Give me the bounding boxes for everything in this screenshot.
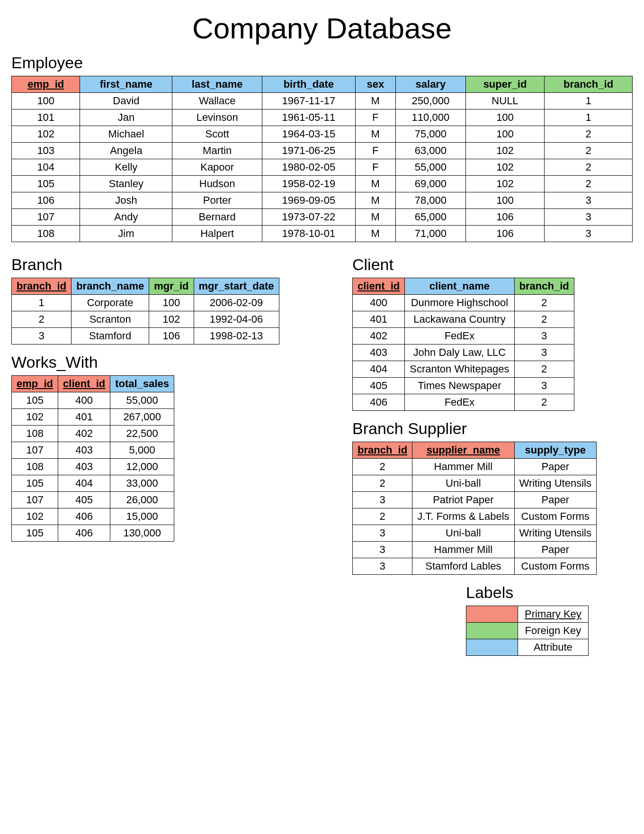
table-row: 3Stamford LablesCustom Forms (353, 558, 597, 575)
table-cell: 105 (12, 392, 58, 409)
table-cell: M (355, 176, 395, 192)
table-cell: FedEx (405, 394, 514, 411)
table-cell: Michael (80, 126, 172, 143)
table-cell: 3 (514, 378, 574, 394)
table-cell: 3 (545, 192, 633, 209)
table-cell: 102 (149, 311, 194, 328)
table-cell: Andy (80, 209, 172, 226)
table-cell: 106 (465, 209, 544, 226)
employee-heading: Employee (11, 54, 633, 72)
table-cell: 102 (12, 508, 58, 525)
table-cell: 55,000 (110, 392, 174, 409)
table-cell: 106 (149, 328, 194, 344)
table-cell: 404 (353, 361, 405, 378)
table-row: 100DavidWallace1967-11-17M250,000NULL1 (12, 93, 633, 109)
table-cell: 402 (353, 328, 405, 344)
table-cell: Wallace (172, 93, 262, 109)
table-cell: 1 (545, 109, 633, 126)
table-row: 10840312,000 (12, 459, 174, 475)
table-cell: 1978-10-01 (262, 226, 355, 242)
table-cell: Hudson (172, 176, 262, 192)
works-with-table: emp_idclient_idtotal_sales10540055,00010… (11, 375, 174, 542)
table-cell: 1967-11-17 (262, 93, 355, 109)
table-cell: 63,000 (395, 143, 465, 159)
table-cell: Paper (514, 492, 596, 508)
table-cell: M (355, 93, 395, 109)
table-cell: 130,000 (110, 525, 174, 542)
table-cell: 12,000 (110, 459, 174, 475)
table-cell: 102 (12, 409, 58, 426)
table-cell: Lackawana Country (405, 311, 514, 328)
column-header: supplier_name (412, 442, 514, 459)
column-header: salary (395, 76, 465, 93)
column-header: last_name (172, 76, 262, 93)
table-cell: J.T. Forms & Labels (412, 508, 514, 525)
table-cell: 3 (514, 344, 574, 361)
table-row: 10840222,500 (12, 426, 174, 442)
table-cell: Dunmore Highschool (405, 295, 514, 311)
table-cell: 406 (58, 525, 110, 542)
table-row: 405Times Newspaper3 (353, 378, 574, 394)
table-cell: 100 (12, 93, 80, 109)
table-cell: Kapoor (172, 159, 262, 176)
column-header: emp_id (12, 76, 80, 93)
works-with-heading: Works_With (11, 353, 305, 372)
table-cell: 2006-02-09 (194, 295, 279, 311)
table-cell: 401 (58, 409, 110, 426)
table-row: 3Patriot PaperPaper (353, 492, 597, 508)
column-header: emp_id (12, 376, 58, 392)
table-cell: 3 (353, 558, 412, 575)
table-cell: 401 (353, 311, 405, 328)
table-cell: 105 (12, 176, 80, 192)
table-cell: 402 (58, 426, 110, 442)
table-cell: 103 (12, 143, 80, 159)
table-cell: Jim (80, 226, 172, 242)
table-cell: 100 (465, 109, 544, 126)
table-cell: 22,500 (110, 426, 174, 442)
table-cell: 102 (465, 176, 544, 192)
table-cell: Stamford Lables (412, 558, 514, 575)
legend-label: Primary Key (518, 606, 589, 623)
table-cell: 2 (545, 126, 633, 143)
column-header: client_id (58, 376, 110, 392)
table-cell: Stamford (72, 328, 149, 344)
table-cell: 102 (465, 143, 544, 159)
legend-label: Attribute (518, 639, 589, 656)
table-row: 105406130,000 (12, 525, 174, 542)
legend-table: Primary KeyForeign KeyAttribute (466, 606, 589, 656)
table-cell: 2 (514, 295, 574, 311)
table-cell: 26,000 (110, 492, 174, 508)
table-cell: 110,000 (395, 109, 465, 126)
table-cell: 2 (514, 394, 574, 411)
table-cell: 5,000 (110, 442, 174, 459)
table-cell: Porter (172, 192, 262, 209)
table-cell: 55,000 (395, 159, 465, 176)
table-row: 1074035,000 (12, 442, 174, 459)
table-cell: 1969-09-05 (262, 192, 355, 209)
table-cell: 75,000 (395, 126, 465, 143)
table-row: 10740526,000 (12, 492, 174, 508)
table-row: 402FedEx3 (353, 328, 574, 344)
table-cell: 1973-07-22 (262, 209, 355, 226)
table-cell: Levinson (172, 109, 262, 126)
table-cell: 100 (465, 126, 544, 143)
table-cell: 108 (12, 459, 58, 475)
legend-row: Primary Key (466, 606, 589, 623)
table-cell: 1961-05-11 (262, 109, 355, 126)
table-cell: 403 (353, 344, 405, 361)
table-cell: 1958-02-19 (262, 176, 355, 192)
table-cell: 71,000 (395, 226, 465, 242)
branch-table: branch_idbranch_namemgr_idmgr_start_date… (11, 278, 279, 344)
table-cell: 3 (514, 328, 574, 344)
table-row: 104KellyKapoor1980-02-05F55,0001022 (12, 159, 633, 176)
employee-table: emp_idfirst_namelast_namebirth_datesexsa… (11, 76, 633, 242)
table-cell: Uni-ball (412, 525, 514, 542)
table-cell: 3 (545, 226, 633, 242)
table-cell: David (80, 93, 172, 109)
table-cell: 3 (353, 542, 412, 558)
column-header: branch_id (545, 76, 633, 93)
table-cell: M (355, 209, 395, 226)
table-cell: 2 (353, 475, 412, 492)
table-cell: Paper (514, 542, 596, 558)
table-row: 406FedEx2 (353, 394, 574, 411)
